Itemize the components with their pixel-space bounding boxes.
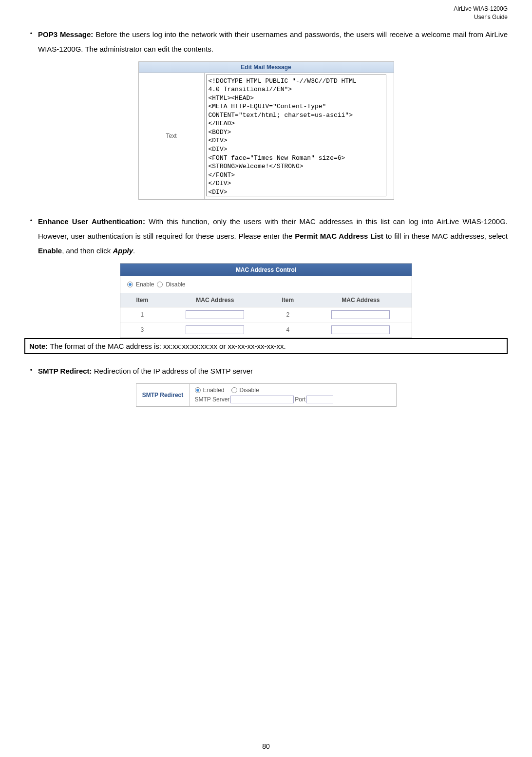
permit-mac-label: Permit MAC Address List: [295, 232, 383, 240]
col-mac: MAC Address: [164, 293, 266, 307]
edit-mail-body: Text: [139, 73, 394, 199]
note-label: Note:: [29, 342, 50, 350]
smtp-port-input[interactable]: [306, 396, 333, 403]
item-num: 2: [266, 307, 310, 322]
enhance-t3: , and then click: [62, 246, 113, 255]
enhance-auth-section: • Enhance User Authentication: With this…: [24, 214, 508, 258]
mac-input-1[interactable]: [186, 310, 244, 319]
smtp-disable-radio[interactable]: [231, 387, 237, 393]
enhance-label: Enhance User Authentication:: [38, 217, 149, 226]
mac-input-3[interactable]: [186, 325, 244, 334]
col-mac2: MAC Address: [310, 293, 412, 307]
smtp-label-bold: SMTP Redirect:: [38, 367, 94, 375]
smtp-server-input[interactable]: [230, 396, 294, 403]
pop3-label: POP3 Message:: [38, 30, 95, 38]
enhance-text: Enhance User Authentication: With this f…: [38, 214, 508, 258]
table-row: 1 2: [120, 307, 412, 322]
smtp-text: SMTP Redirect: Redirection of the IP add…: [38, 364, 508, 378]
item-num: 1: [120, 307, 164, 322]
smtp-body: Enabled Disable SMTP Server Port: [190, 384, 396, 406]
smtp-radio-row: Enabled Disable: [195, 387, 391, 394]
mac-input-4[interactable]: [331, 325, 390, 334]
pop3-section: • POP3 Message: Before the users log int…: [24, 27, 508, 57]
edit-mail-panel: Edit Mail Message Text: [138, 61, 394, 200]
disable-radio[interactable]: [157, 282, 163, 287]
mac-radio-row: Enable Disable: [120, 276, 412, 293]
enhance-t4: .: [133, 246, 135, 255]
pop3-body: Before the users log into the network wi…: [38, 30, 508, 53]
smtp-port-label: Port: [295, 396, 305, 403]
col-item2: Item: [266, 293, 310, 307]
enhance-t2: to fill in these MAC addresses, select: [383, 232, 508, 240]
edit-mail-figure: Edit Mail Message Text: [24, 61, 508, 200]
edit-mail-textarea[interactable]: [206, 75, 386, 196]
smtp-title: SMTP Redirect: [136, 384, 190, 406]
enable-radio[interactable]: [127, 282, 133, 287]
smtp-input-row: SMTP Server Port: [195, 396, 391, 403]
enable-text: Enable: [136, 281, 154, 288]
edit-mail-row-label: Text: [139, 73, 205, 199]
smtp-figure: SMTP Redirect Enabled Disable SMTP Serve…: [24, 383, 508, 407]
mac-control-panel: MAC Address Control Enable Disable Item …: [120, 263, 412, 338]
smtp-panel: SMTP Redirect Enabled Disable SMTP Serve…: [136, 383, 397, 407]
product-name: AirLive WIAS-1200G: [24, 5, 508, 13]
pop3-text: POP3 Message: Before the users log into …: [38, 27, 508, 57]
mac-input-2[interactable]: [331, 310, 390, 319]
enable-label: Enable: [38, 246, 62, 255]
note-text: The format of the MAC address is: xx:xx:…: [50, 342, 286, 350]
radio-dot-icon: [196, 389, 199, 392]
smtp-enabled-radio[interactable]: [195, 387, 201, 393]
doc-type: User's Guide: [24, 13, 508, 21]
smtp-disable-text: Disable: [240, 387, 259, 394]
mac-table-header: Item MAC Address Item MAC Address: [120, 293, 412, 307]
bullet-icon: •: [24, 27, 38, 57]
apply-label: Apply: [113, 246, 133, 255]
disable-text: Disable: [166, 281, 185, 288]
col-item: Item: [120, 293, 164, 307]
edit-mail-textarea-wrap: [205, 73, 394, 199]
mac-control-title: MAC Address Control: [120, 264, 412, 276]
radio-dot-icon: [129, 283, 132, 286]
page-number: 80: [0, 742, 532, 750]
table-row: 3 4: [120, 322, 412, 337]
bullet-icon: •: [24, 364, 38, 378]
page-header: AirLive WIAS-1200G User's Guide: [24, 5, 508, 21]
bullet-icon: •: [24, 214, 38, 258]
item-num: 3: [120, 322, 164, 337]
smtp-enabled-text: Enabled: [203, 387, 225, 394]
smtp-section: • SMTP Redirect: Redirection of the IP a…: [24, 364, 508, 378]
smtp-body-text: Redirection of the IP address of the SMT…: [94, 367, 253, 375]
smtp-server-label: SMTP Server: [195, 396, 230, 403]
note-box: Note: The format of the MAC address is: …: [24, 338, 508, 354]
mac-control-figure: MAC Address Control Enable Disable Item …: [24, 263, 508, 338]
mac-table: Item MAC Address Item MAC Address 1 2 3 …: [120, 293, 412, 338]
edit-mail-title: Edit Mail Message: [139, 62, 394, 73]
item-num: 4: [266, 322, 310, 337]
